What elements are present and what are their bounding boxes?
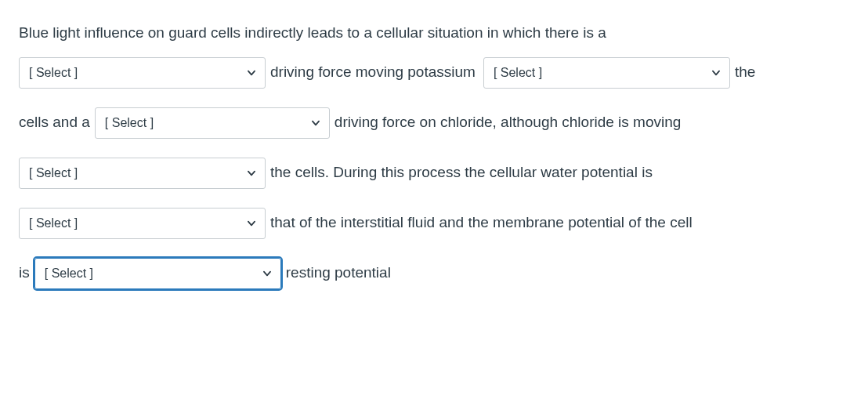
chevron-down-icon: [310, 118, 321, 129]
text-fragment-5: the cells. During this process the cellu…: [270, 161, 653, 184]
select-6-label: [ Select ]: [45, 264, 93, 283]
text-fragment-3: cells and a: [19, 111, 90, 134]
question-container: Blue light influence on guard cells indi…: [19, 22, 849, 296]
select-4-label: [ Select ]: [29, 164, 78, 183]
text-fragment-4: driving force on chloride, although chlo…: [335, 111, 682, 134]
select-5[interactable]: [ Select ]: [19, 208, 266, 239]
text-fragment-8: resting potential: [286, 262, 391, 285]
text-fragment-6: that of the interstitial fluid and the m…: [270, 212, 693, 234]
select-5-label: [ Select ]: [29, 214, 78, 233]
text-fragment-7: is: [19, 262, 30, 285]
chevron-down-icon: [246, 67, 257, 78]
chevron-down-icon: [246, 218, 257, 229]
select-2-label: [ Select ]: [494, 63, 542, 82]
select-4[interactable]: [ Select ]: [19, 158, 266, 189]
select-3-label: [ Select ]: [105, 114, 154, 132]
chevron-down-icon: [246, 168, 257, 179]
select-1-label: [ Select ]: [29, 63, 78, 82]
text-fragment-2: the: [735, 61, 755, 84]
select-3[interactable]: [ Select ]: [95, 107, 330, 139]
text-fragment-1: driving force moving potassium: [270, 61, 476, 84]
chevron-down-icon: [262, 268, 273, 279]
chevron-down-icon: [711, 67, 722, 78]
select-1[interactable]: [ Select ]: [19, 57, 266, 89]
select-6[interactable]: [ Select ]: [34, 258, 281, 289]
question-intro: Blue light influence on guard cells indi…: [19, 22, 606, 45]
select-2[interactable]: [ Select ]: [483, 57, 730, 89]
